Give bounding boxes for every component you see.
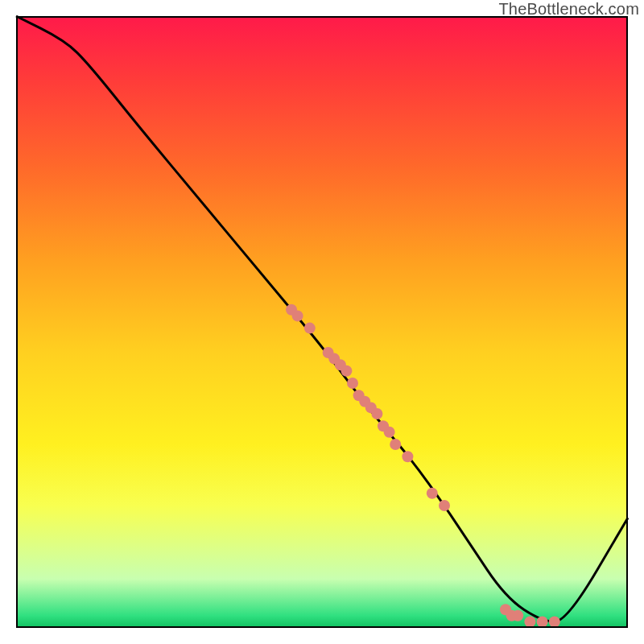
data-marker [402,451,413,462]
data-marker [341,365,352,377]
data-marker [537,616,548,627]
curve-path [16,16,628,621]
chart-svg [16,16,628,628]
data-marker [439,500,450,511]
data-marker [524,616,535,627]
data-marker [390,439,401,450]
data-marker [427,488,438,499]
data-marker [304,323,316,334]
curve-path-group [16,16,628,621]
data-marker [384,427,395,438]
data-marker [512,610,523,621]
data-marker [549,616,560,627]
data-marker [371,408,382,419]
chart-stage: TheBottleneck.com [0,0,644,644]
watermark-text: TheBottleneck.com [498,0,639,19]
markers-group [286,304,560,628]
data-marker [347,378,358,389]
data-marker [292,310,303,321]
